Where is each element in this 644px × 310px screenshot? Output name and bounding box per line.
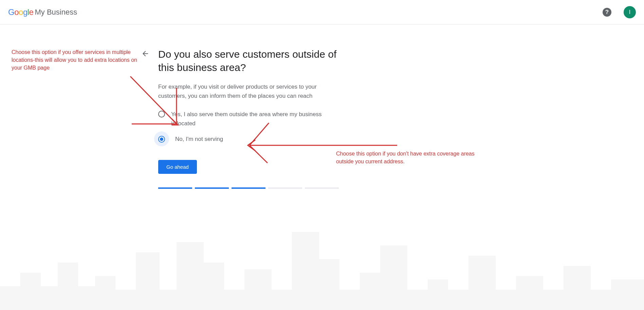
brand-suffix: My Business [35, 8, 77, 17]
app-header: Google My Business ? I [0, 0, 644, 24]
radio-group: Yes, I also serve them outside the area … [158, 110, 369, 146]
go-ahead-button[interactable]: Go ahead [158, 160, 197, 174]
radio-halo [154, 131, 169, 146]
progress-segment [158, 187, 192, 189]
brand: Google My Business [8, 7, 77, 17]
progress-bar [158, 187, 369, 189]
avatar[interactable]: I [624, 6, 636, 18]
progress-segment [268, 187, 302, 189]
progress-segment [232, 187, 265, 189]
option-yes-label: Yes, I also serve them outside the area … [171, 110, 327, 128]
page-title: Do you also serve customers outside of t… [158, 48, 348, 74]
option-no[interactable]: No, I'm not serving [158, 135, 369, 146]
radio-icon [158, 136, 165, 143]
option-yes[interactable]: Yes, I also serve them outside the area … [158, 110, 369, 128]
annotation-top-left: Choose this option if you offer services… [12, 48, 147, 72]
progress-segment [305, 187, 339, 189]
annotation-right: Choose this option if you don't have ext… [336, 150, 485, 165]
google-logo: Google [8, 7, 33, 17]
skyline-decoration [0, 212, 644, 310]
onboarding-card: Do you also serve customers outside of t… [158, 48, 369, 189]
option-no-label: No, I'm not serving [175, 135, 223, 144]
radio-icon [158, 111, 165, 117]
progress-segment [195, 187, 229, 189]
help-icon[interactable]: ? [603, 8, 611, 17]
page-subtitle: For example, if you visit or deliver pro… [158, 82, 342, 101]
